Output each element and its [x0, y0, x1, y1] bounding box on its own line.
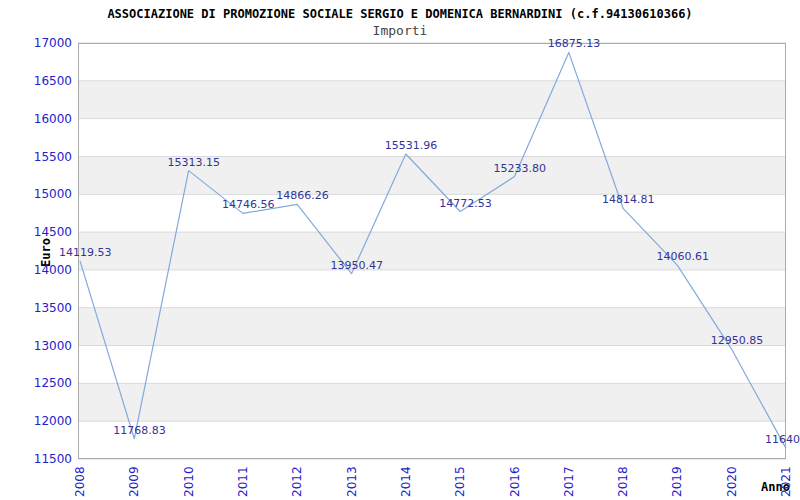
y-axis-tick-label: 15000	[12, 187, 72, 201]
data-point-label: 14119.53	[59, 246, 112, 259]
data-point-label: 13950.47	[331, 259, 384, 272]
data-point-label: 11640.	[765, 433, 800, 446]
x-axis-tick-label: 2008	[73, 463, 87, 497]
data-point-label: 16875.13	[548, 37, 601, 50]
y-axis-tick-label: 12000	[12, 414, 72, 428]
plot-band	[78, 43, 786, 81]
data-point-label: 12950.85	[711, 334, 764, 347]
y-axis-tick-label: 12500	[12, 376, 72, 390]
x-axis-tick-label: 2011	[236, 463, 250, 497]
plot-band	[78, 383, 786, 421]
x-axis-tick-label: 2012	[290, 463, 304, 497]
x-axis-tick-label: 2010	[182, 463, 196, 497]
plot-band	[78, 308, 786, 346]
y-axis-tick-label: 14000	[12, 263, 72, 277]
y-axis-tick-label: 16000	[12, 112, 72, 126]
plot-band	[78, 421, 786, 459]
data-point-label: 15531.96	[385, 139, 438, 152]
data-point-label: 14814.81	[602, 193, 655, 206]
x-axis-tick-label: 2009	[127, 463, 141, 497]
data-point-label: 14866.26	[276, 189, 329, 202]
y-axis-tick-label: 14500	[12, 225, 72, 239]
y-axis-tick-label: 11500	[12, 452, 72, 466]
y-axis-tick-label: 16500	[12, 74, 72, 88]
x-axis-tick-label: 2017	[562, 463, 576, 497]
x-axis-tick-label: 2019	[670, 463, 684, 497]
data-point-label: 14772.53	[439, 197, 492, 210]
x-axis-tick-label: 2013	[345, 463, 359, 497]
plot-band	[78, 81, 786, 119]
y-axis-tick-label: 13500	[12, 301, 72, 315]
data-point-label: 15233.80	[494, 162, 547, 175]
data-point-label: 11768.83	[113, 424, 166, 437]
x-axis-tick-label: 2020	[725, 463, 739, 497]
data-point-label: 14746.56	[222, 198, 275, 211]
data-point-label: 15313.15	[168, 156, 221, 169]
x-axis-tick-label: 2014	[399, 463, 413, 497]
plot-band	[78, 270, 786, 308]
x-axis-tick-label: 2018	[616, 463, 630, 497]
x-axis-tick-label: 2016	[508, 463, 522, 497]
y-axis-tick-label: 13000	[12, 339, 72, 353]
x-axis-tick-label: 2015	[453, 463, 467, 497]
x-axis-tick-label: 2021	[779, 463, 793, 497]
plot-band	[78, 346, 786, 384]
chart-canvas: ASSOCIAZIONE DI PROMOZIONE SOCIALE SERGI…	[0, 0, 800, 500]
data-point-label: 14060.61	[656, 250, 709, 263]
y-axis-tick-label: 17000	[12, 36, 72, 50]
plot-band	[78, 194, 786, 232]
y-axis-tick-label: 15500	[12, 150, 72, 164]
